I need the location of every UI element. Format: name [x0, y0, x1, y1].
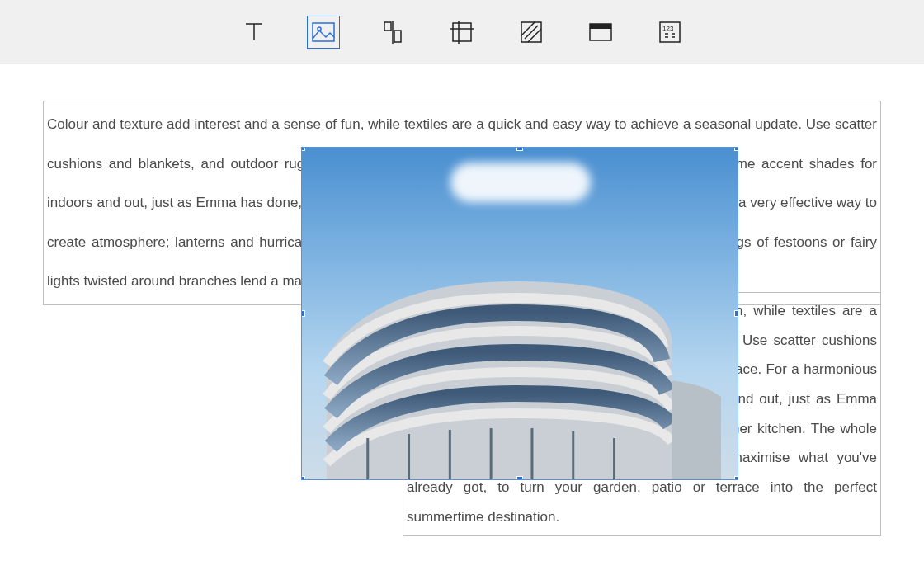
- align-icon: [380, 19, 406, 45]
- text-icon: [241, 19, 267, 45]
- resize-handle-bottom-right[interactable]: [734, 476, 738, 480]
- crop-icon: [449, 19, 475, 45]
- svg-rect-4: [453, 23, 471, 41]
- resize-handle-top-mid[interactable]: [516, 147, 523, 151]
- resize-handle-top-left[interactable]: [301, 147, 305, 151]
- crop-tool-button[interactable]: [446, 16, 478, 49]
- frame-icon: [587, 19, 614, 45]
- building-graphic: [318, 265, 721, 479]
- image-tool-button[interactable]: [307, 16, 340, 49]
- resize-handle-bottom-left[interactable]: [301, 476, 305, 480]
- resize-handle-mid-right[interactable]: [734, 310, 738, 317]
- text-tool-button[interactable]: [238, 16, 271, 49]
- svg-text:123: 123: [662, 25, 674, 32]
- sky-cloud: [450, 163, 591, 202]
- texture-icon: [518, 19, 544, 45]
- svg-rect-2: [384, 22, 391, 31]
- numbering-tool-button[interactable]: 123: [653, 16, 686, 49]
- resize-handle-top-right[interactable]: [734, 147, 738, 151]
- resize-handle-bottom-mid[interactable]: [516, 476, 523, 480]
- numbering-icon: 123: [657, 19, 683, 45]
- resize-handle-mid-left[interactable]: [301, 310, 305, 317]
- align-tool-button[interactable]: [376, 16, 409, 49]
- texture-tool-button[interactable]: [515, 16, 548, 49]
- selected-image[interactable]: [301, 147, 738, 480]
- svg-rect-7: [590, 24, 611, 29]
- toolbar: 123: [0, 0, 924, 64]
- image-icon: [310, 19, 337, 45]
- document-canvas[interactable]: Colour and texture add interest and a se…: [0, 64, 924, 561]
- frame-tool-button[interactable]: [584, 16, 617, 49]
- svg-rect-3: [394, 31, 401, 42]
- svg-rect-0: [313, 23, 334, 41]
